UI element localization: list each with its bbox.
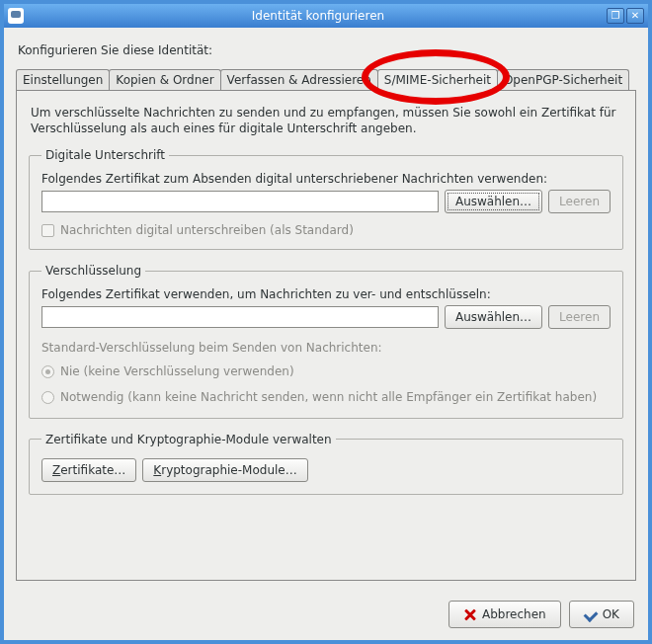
ok-icon: [584, 607, 598, 621]
tab-compose-addressing[interactable]: Verfassen & Adressieren: [220, 69, 378, 90]
dialog-footer: Abbrechen OK: [4, 591, 648, 640]
window-title: Identität konfigurieren: [32, 9, 605, 23]
tab-bar: Einstellungen Kopien & Ordner Verfassen …: [16, 67, 636, 91]
signing-clear-button[interactable]: Leeren: [548, 190, 611, 213]
dialog-content: Konfigurieren Sie diese Identität: Einst…: [4, 28, 648, 591]
radio-encrypt-never[interactable]: [41, 365, 54, 378]
thunderbird-icon: [8, 8, 24, 24]
group-legend-encryption: Verschlüsselung: [41, 264, 145, 278]
group-legend-signing: Digitale Unterschrift: [41, 148, 169, 162]
tab-settings[interactable]: Einstellungen: [16, 69, 110, 90]
titlebar: Identität konfigurieren ❐ ✕: [4, 4, 648, 28]
group-legend-manage: Zertifikate und Kryptographie-Module ver…: [41, 433, 336, 446]
cancel-icon: [463, 607, 477, 621]
certificates-button[interactable]: Zertifikate…: [41, 458, 136, 482]
encryption-select-button[interactable]: Auswählen…: [445, 305, 542, 329]
signing-cert-label: Folgendes Zertifikat zum Absenden digita…: [41, 172, 611, 186]
encryption-cert-label: Folgendes Zertifikat verwenden, um Nachr…: [41, 287, 611, 301]
encryption-clear-button[interactable]: Leeren: [548, 305, 611, 329]
window-close-button[interactable]: ✕: [626, 8, 644, 24]
encryption-cert-input[interactable]: [41, 306, 439, 328]
tab-panel-smime: Um verschlüsselte Nachrichten zu senden …: [16, 91, 636, 581]
default-encryption-label: Standard-Verschlüsselung beim Senden von…: [41, 341, 611, 355]
radio-encrypt-required-label: Notwendig (kann keine Nachricht senden, …: [60, 390, 597, 406]
tab-copies-folders[interactable]: Kopien & Ordner: [109, 69, 220, 90]
configure-instruction: Konfigurieren Sie diese Identität:: [18, 43, 634, 57]
signing-cert-input[interactable]: [41, 191, 439, 212]
dialog-window: Identität konfigurieren ❐ ✕ Konfiguriere…: [0, 0, 652, 644]
group-digital-signing: Digitale Unterschrift Folgendes Zertifik…: [29, 148, 623, 250]
tab-smime-security[interactable]: S/MIME-Sicherheit: [377, 69, 498, 91]
tab-openpgp-security[interactable]: OpenPGP-Sicherheit: [497, 69, 629, 90]
radio-encrypt-required[interactable]: [41, 391, 54, 404]
crypto-modules-button[interactable]: Kryptographie-Module…: [142, 458, 307, 482]
window-restore-button[interactable]: ❐: [607, 8, 624, 24]
sign-default-label: Nachrichten digital unterschreiben (als …: [60, 223, 354, 237]
cancel-button[interactable]: Abbrechen: [448, 601, 561, 628]
signing-select-button[interactable]: Auswählen…: [445, 190, 542, 213]
panel-description: Um verschlüsselte Nachrichten zu senden …: [31, 105, 621, 136]
group-manage-certs: Zertifikate und Kryptographie-Module ver…: [29, 433, 623, 495]
radio-encrypt-never-label: Nie (keine Verschlüsselung verwenden): [60, 364, 294, 380]
ok-button[interactable]: OK: [569, 601, 634, 628]
group-encryption: Verschlüsselung Folgendes Zertifikat ver…: [29, 264, 623, 418]
sign-default-checkbox[interactable]: [41, 224, 54, 237]
